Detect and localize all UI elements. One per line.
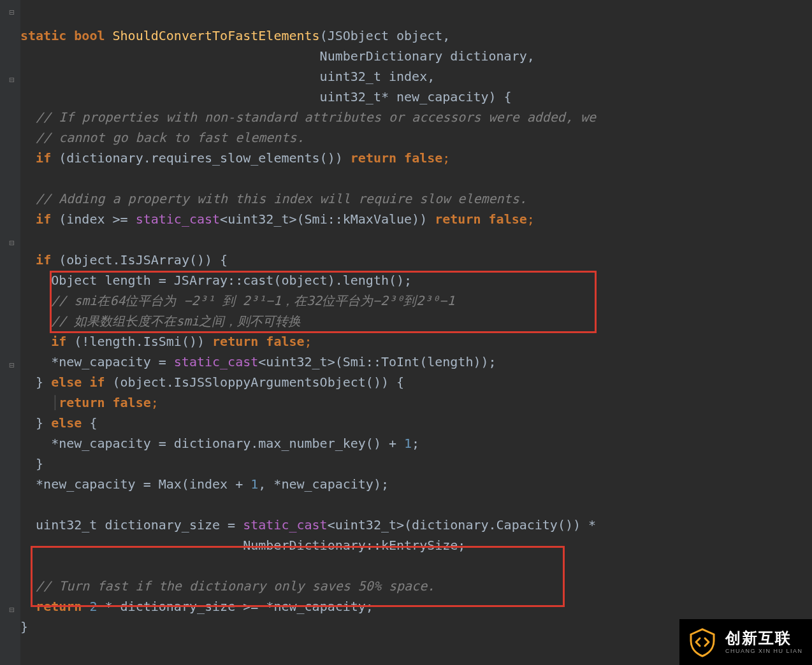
code-line: }: [20, 456, 43, 471]
code-line: Object length = JSArray::cast(object).le…: [20, 273, 412, 288]
fold-end-icon[interactable]: ⊟: [9, 605, 18, 614]
fold-end-icon[interactable]: ⊟: [9, 75, 18, 84]
watermark-text-cn: 创新互联: [725, 629, 803, 647]
code-line: uint32_t index,: [20, 69, 435, 84]
code-line: *new_capacity = dictionary.max_number_ke…: [20, 436, 419, 451]
code-line: *new_capacity = Max(index + 1, *new_capa…: [20, 476, 389, 492]
fold-collapse-icon[interactable]: ⊟: [9, 238, 18, 247]
code-line: // smi在64位平台为 −2³¹ 到 2³¹−1，在32位平台为−2³⁰到2…: [20, 293, 454, 308]
watermark-logo-icon: [686, 626, 719, 659]
code-line: } else {: [20, 415, 97, 431]
code-line: // Turn fast if the dictionary only save…: [20, 578, 435, 594]
code-line: } else if (object.IsJSSloppyArgumentsObj…: [20, 375, 404, 390]
code-line: *new_capacity = static_cast<uint32_t>(Sm…: [20, 354, 497, 369]
code-line: NumberDictionary::kEntrySize;: [20, 538, 465, 553]
code-line: // cannot go back to fast elements.: [20, 130, 305, 145]
watermark-text-en: CHUANG XIN HU LIAN: [725, 647, 803, 655]
code-line: uint32_t dictionary_size = static_cast<u…: [20, 517, 596, 533]
code-line: // Adding a property with this index wil…: [20, 191, 527, 206]
code-line: }: [20, 619, 28, 634]
code-line: if (!length.IsSmi()) return false;: [20, 334, 312, 349]
editor-gutter: ⊟ ⊟ ⊟ ⊟ ⊟: [0, 0, 20, 665]
code-line: if (object.IsJSArray()) {: [20, 252, 228, 268]
code-line: │return false;: [20, 395, 159, 410]
code-line: return 2 * dictionary_size >= *new_capac…: [20, 599, 373, 614]
code-line: if (dictionary.requires_slow_elements())…: [20, 150, 450, 166]
fold-end-icon[interactable]: ⊟: [9, 361, 18, 369]
code-editor-content[interactable]: static bool ShouldConvertToFastElements(…: [20, 5, 596, 637]
code-line: uint32_t* new_capacity) {: [20, 89, 512, 104]
code-line: NumberDictionary dictionary,: [20, 48, 535, 64]
fold-collapse-icon[interactable]: ⊟: [9, 8, 18, 17]
code-line: // 如果数组长度不在smi之间，则不可转换: [20, 313, 301, 329]
code-line: static bool ShouldConvertToFastElements(…: [20, 28, 450, 43]
watermark: 创新互联 CHUANG XIN HU LIAN: [679, 619, 812, 665]
code-line: // If properties with non-standard attri…: [20, 110, 596, 125]
code-line: if (index >= static_cast<uint32_t>(Smi::…: [20, 211, 535, 227]
